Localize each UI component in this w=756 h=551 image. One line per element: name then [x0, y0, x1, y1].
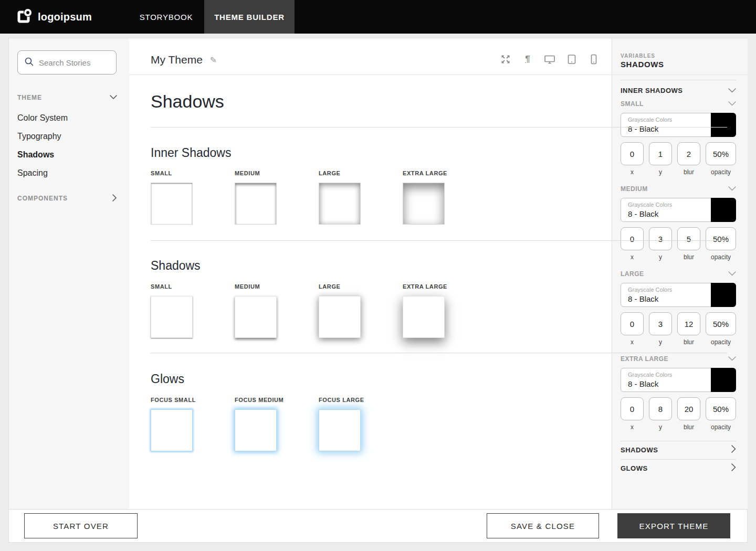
- tab-storybook[interactable]: STORYBOOK: [128, 0, 204, 34]
- color-swatch: [711, 198, 736, 222]
- x-input[interactable]: [621, 312, 644, 335]
- x-label: x: [631, 253, 634, 261]
- edit-theme-name-icon[interactable]: ✎: [210, 55, 217, 65]
- opacity-input[interactable]: [706, 227, 736, 250]
- subsection-header-extra-large[interactable]: EXTRA LARGE: [621, 355, 736, 363]
- opacity-label: opacity: [711, 253, 731, 261]
- group-label: GLOWS: [621, 464, 648, 472]
- subsection-header-small[interactable]: SMALL: [621, 100, 736, 108]
- y-input[interactable]: [649, 312, 672, 335]
- header-divider: [129, 75, 748, 75]
- shadow-small-demo: [151, 296, 193, 338]
- theme-section-label: THEME: [17, 94, 42, 101]
- panel-kicker: VARIABLES: [621, 53, 655, 59]
- opacity-label: opacity: [711, 338, 731, 346]
- sidebar-item-color-system[interactable]: Color System: [17, 113, 112, 125]
- panel-divider: [621, 459, 736, 460]
- variables-panel: VARIABLES SHADOWS INNER SHADOWS SMALL Gr…: [612, 38, 748, 509]
- color-value: 8 - Black: [628, 294, 658, 303]
- sidebar-item-typography[interactable]: Typography: [17, 132, 112, 143]
- subsection-header-medium[interactable]: MEDIUM: [621, 185, 736, 193]
- group-header-glows[interactable]: GLOWS: [621, 463, 736, 473]
- chevron-down-icon: [728, 270, 736, 278]
- subsection-label: MEDIUM: [621, 185, 648, 193]
- y-input[interactable]: [649, 227, 672, 250]
- blur-label: blur: [684, 423, 694, 431]
- color-select-extra-large[interactable]: Grayscale Colors 8 - Black: [621, 368, 736, 392]
- start-over-button[interactable]: START OVER: [24, 513, 138, 538]
- save-close-button[interactable]: SAVE & CLOSE: [487, 513, 599, 538]
- fullscreen-icon[interactable]: [500, 54, 511, 65]
- chevron-down-icon: [728, 100, 736, 108]
- x-input[interactable]: [621, 142, 644, 165]
- tablet-viewport-icon[interactable]: [566, 54, 578, 65]
- swatch-label: FOCUS LARGE: [319, 397, 397, 403]
- group-header-shadows[interactable]: SHADOWS: [621, 445, 736, 454]
- opacity-input[interactable]: [706, 397, 736, 420]
- group-header-inner-shadows[interactable]: INNER SHADOWS: [621, 86, 736, 95]
- paragraph-direction-icon[interactable]: ¶: [522, 54, 533, 65]
- sidebar: [9, 38, 129, 509]
- color-select-small[interactable]: Grayscale Colors 8 - Black: [621, 113, 736, 137]
- y-input[interactable]: [649, 397, 672, 420]
- color-value: 8 - Black: [628, 379, 658, 388]
- inner-shadow-extra-large-demo: [403, 183, 445, 225]
- export-theme-button[interactable]: EXPORT THEME: [617, 513, 730, 538]
- chevron-down-icon: [728, 185, 736, 193]
- color-group-label: Grayscale Colors: [628, 372, 672, 378]
- tab-theme-builder[interactable]: THEME BUILDER: [204, 0, 295, 34]
- swatch-label: FOCUS MEDIUM: [235, 397, 313, 403]
- chevron-down-icon: [728, 355, 736, 363]
- subsection-label: LARGE: [621, 270, 644, 278]
- subsection-header-large[interactable]: LARGE: [621, 270, 736, 278]
- shadow-params-small: x y blur opacity: [621, 142, 736, 176]
- sidebar-section-theme[interactable]: THEME: [17, 92, 117, 103]
- sidebar-item-shadows[interactable]: Shadows: [17, 150, 112, 162]
- mobile-viewport-icon[interactable]: [588, 54, 600, 65]
- panel-divider: [621, 441, 736, 441]
- logoipsum-icon: [17, 8, 33, 26]
- x-input[interactable]: [621, 397, 644, 420]
- color-group-label: Grayscale Colors: [628, 116, 672, 123]
- opacity-label: opacity: [711, 168, 731, 176]
- subsection-label: SMALL: [621, 100, 644, 108]
- section-title-glows: Glows: [151, 372, 184, 386]
- search-box: [17, 50, 117, 75]
- color-swatch: [711, 113, 736, 137]
- sidebar-section-components[interactable]: COMPONENTS: [17, 193, 117, 204]
- desktop-viewport-icon[interactable]: [544, 54, 555, 65]
- y-label: y: [659, 338, 662, 346]
- swatch-label: MEDIUM: [235, 170, 313, 176]
- y-label: y: [659, 423, 662, 431]
- color-swatch: [711, 368, 736, 392]
- chevron-right-icon: [731, 463, 736, 473]
- opacity-input[interactable]: [706, 142, 736, 165]
- glow-focus-large-demo: [319, 409, 361, 451]
- color-select-medium[interactable]: Grayscale Colors 8 - Black: [621, 198, 736, 222]
- shadow-params-large: x y blur opacity: [621, 312, 736, 346]
- y-input[interactable]: [649, 142, 672, 165]
- y-label: y: [659, 253, 662, 261]
- color-value: 8 - Black: [628, 209, 658, 218]
- blur-label: blur: [684, 338, 694, 346]
- blur-input[interactable]: [677, 312, 700, 335]
- components-section-label: COMPONENTS: [17, 195, 68, 202]
- swatch-label: LARGE: [319, 170, 397, 176]
- glow-focus-medium-demo: [235, 409, 277, 451]
- blur-input[interactable]: [677, 227, 700, 250]
- search-input[interactable]: [39, 58, 107, 67]
- color-group-label: Grayscale Colors: [628, 287, 672, 293]
- chevron-right-icon: [731, 445, 736, 454]
- x-input[interactable]: [621, 227, 644, 250]
- blur-input[interactable]: [677, 397, 700, 420]
- color-swatch: [711, 283, 736, 307]
- blur-label: blur: [684, 168, 694, 176]
- opacity-input[interactable]: [706, 312, 736, 335]
- sidebar-item-spacing[interactable]: Spacing: [17, 168, 112, 180]
- blur-input[interactable]: [677, 142, 700, 165]
- opacity-label: opacity: [711, 423, 731, 431]
- chevron-right-icon: [112, 194, 117, 203]
- swatch-label: EXTRA LARGE: [403, 283, 481, 290]
- page-title: Shadows: [151, 91, 224, 112]
- color-select-large[interactable]: Grayscale Colors 8 - Black: [621, 283, 736, 307]
